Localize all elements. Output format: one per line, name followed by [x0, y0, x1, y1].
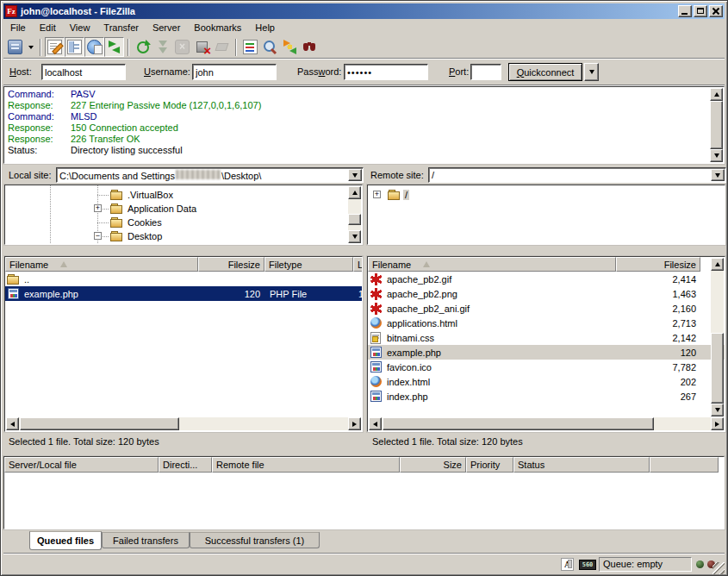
- close-button[interactable]: [709, 5, 723, 17]
- queue-column-size[interactable]: Size: [400, 457, 466, 473]
- file-row-[interactable]: ..: [5, 272, 362, 286]
- menu-item-view[interactable]: View: [63, 20, 97, 36]
- quickconnect-dropdown-button[interactable]: [584, 63, 599, 81]
- host-input[interactable]: [41, 64, 126, 80]
- scroll-right-button[interactable]: [348, 417, 361, 430]
- site-manager-dropdown-button[interactable]: [25, 37, 36, 57]
- scroll-left-button[interactable]: [6, 417, 19, 430]
- password-input[interactable]: [344, 64, 428, 80]
- toggle-local-tree-icon: [67, 40, 82, 54]
- file-row-bitnami-css[interactable]: bitnami.css2,142: [368, 330, 725, 345]
- remote-list-vscrollbar[interactable]: [711, 258, 724, 416]
- scroll-up-button[interactable]: [711, 258, 724, 271]
- file-row-apache-pb2-gif[interactable]: apache_pb2.gif2,414: [368, 272, 725, 286]
- scroll-thumb[interactable]: [20, 417, 179, 430]
- toggle-transfer-queue-button[interactable]: [104, 37, 124, 57]
- combo-dropdown-button[interactable]: [711, 169, 725, 181]
- filename-text: apache_pb2.png: [387, 289, 457, 299]
- css-file-icon: [370, 332, 381, 344]
- toggle-transfer-queue-icon: [107, 40, 121, 54]
- local-list-hscrollbar[interactable]: [6, 417, 361, 430]
- menu-item-bookmarks[interactable]: Bookmarks: [187, 20, 248, 36]
- quickconnect-bar: Host: Username: Password: Port: Quickcon…: [3, 59, 725, 85]
- queue-column-remote-file[interactable]: Remote file: [212, 457, 400, 473]
- scroll-thumb[interactable]: [383, 417, 654, 430]
- toggle-remote-tree-button[interactable]: [84, 37, 104, 57]
- file-row-example-php[interactable]: example.php120: [368, 345, 725, 360]
- remote-site-label: Remote site:: [370, 170, 424, 180]
- file-row-index-php[interactable]: index.php267: [368, 389, 725, 404]
- scroll-down-button[interactable]: [710, 149, 723, 162]
- tab-successful-transfers-1[interactable]: Successful transfers (1): [190, 532, 320, 548]
- column-header-filetype[interactable]: Filetype: [264, 257, 353, 272]
- queue-column-priority[interactable]: Priority: [466, 457, 513, 473]
- filter-button[interactable]: [240, 37, 260, 57]
- local-site-combo[interactable]: C:\Documents and Settings\Desktop\: [56, 167, 364, 183]
- queue-column-status[interactable]: Status: [513, 457, 650, 473]
- maximize-button[interactable]: [694, 5, 707, 17]
- quickconnect-button[interactable]: Quickconnect: [508, 63, 582, 81]
- firefox-file-icon: [370, 376, 382, 387]
- column-header-filesize[interactable]: Filesize: [198, 257, 264, 272]
- remote-directory-tree: + /: [367, 185, 725, 245]
- combo-dropdown-button[interactable]: [348, 169, 362, 181]
- site-manager-button[interactable]: [5, 37, 25, 57]
- tab-failed-transfers[interactable]: Failed transfers: [102, 532, 190, 548]
- tree-item-desktop[interactable]: −Desktop: [5, 229, 362, 243]
- refresh-button[interactable]: [133, 37, 152, 57]
- file-row-apache-pb2-png[interactable]: apache_pb2.png1,463: [368, 286, 725, 301]
- tree-item-virtualbox[interactable]: .VirtualBox: [5, 188, 362, 202]
- disconnect-button[interactable]: [192, 37, 212, 57]
- file-row-apache-pb2-ani-gif[interactable]: apache_pb2_ani.gif2,160: [368, 301, 725, 316]
- column-header-filesize[interactable]: Filesize: [616, 257, 700, 272]
- queue-column-directi[interactable]: Directi...: [159, 457, 212, 473]
- sync-browsing-button[interactable]: [280, 37, 300, 57]
- tree-item-root[interactable]: + /: [368, 188, 725, 202]
- activity-led-green-icon: [696, 560, 704, 568]
- file-row-index-html[interactable]: index.html202: [368, 374, 725, 389]
- filename-cell: apache_pb2.gif: [368, 273, 616, 285]
- find-files-button[interactable]: [300, 37, 320, 57]
- arrow-left-icon: [373, 422, 377, 427]
- cancel-button[interactable]: [172, 37, 192, 57]
- queue-column-filler[interactable]: [650, 457, 719, 473]
- menu-item-server[interactable]: Server: [146, 20, 187, 36]
- log-vscrollbar[interactable]: [710, 88, 723, 162]
- toggle-local-tree-button[interactable]: [65, 37, 84, 57]
- scroll-thumb[interactable]: [711, 333, 724, 404]
- file-row-applications-html[interactable]: applications.html2,713: [368, 316, 725, 330]
- tree-item-cookies[interactable]: Cookies: [5, 216, 362, 229]
- username-input[interactable]: [192, 64, 277, 80]
- scroll-up-button[interactable]: [710, 88, 723, 101]
- menu-item-edit[interactable]: Edit: [33, 20, 63, 36]
- collapse-minus-icon[interactable]: −: [94, 232, 102, 240]
- port-input[interactable]: [470, 64, 501, 80]
- process-queue-button[interactable]: [152, 37, 172, 57]
- reconnect-button[interactable]: [212, 37, 232, 57]
- remote-list-hscrollbar[interactable]: [369, 417, 724, 430]
- column-header-filename[interactable]: Filename: [368, 257, 616, 272]
- remote-site-combo[interactable]: /: [428, 167, 726, 183]
- tree-item-application-data[interactable]: +Application Data: [5, 202, 362, 216]
- tree-item-label[interactable]: /: [403, 190, 409, 200]
- tab-queued-files[interactable]: Queued files: [29, 531, 102, 550]
- queue-column-server-local-file[interactable]: Server/Local file: [4, 457, 159, 473]
- column-header-l[interactable]: L: [353, 257, 363, 272]
- file-row-favicon-ico[interactable]: favicon.ico7,782: [368, 360, 725, 374]
- file-row-example-php[interactable]: example.php120PHP File1: [5, 286, 362, 301]
- menu-item-file[interactable]: File: [3, 20, 33, 36]
- column-header-filename[interactable]: Filename: [5, 257, 198, 272]
- expand-plus-icon[interactable]: +: [94, 204, 102, 212]
- scroll-thumb[interactable]: [710, 101, 723, 149]
- scroll-left-button[interactable]: [369, 417, 382, 430]
- expand-plus-icon[interactable]: +: [373, 191, 381, 198]
- resize-grip[interactable]: [712, 562, 725, 574]
- compare-button[interactable]: [260, 37, 280, 57]
- window-title: john@localhost - FileZilla: [21, 6, 135, 16]
- scroll-right-button[interactable]: [711, 417, 724, 430]
- menu-item-help[interactable]: Help: [248, 20, 282, 36]
- scroll-down-button[interactable]: [711, 404, 724, 416]
- menu-item-transfer[interactable]: Transfer: [96, 20, 146, 36]
- minimize-button[interactable]: [678, 5, 692, 17]
- toggle-message-log-button[interactable]: [45, 37, 65, 57]
